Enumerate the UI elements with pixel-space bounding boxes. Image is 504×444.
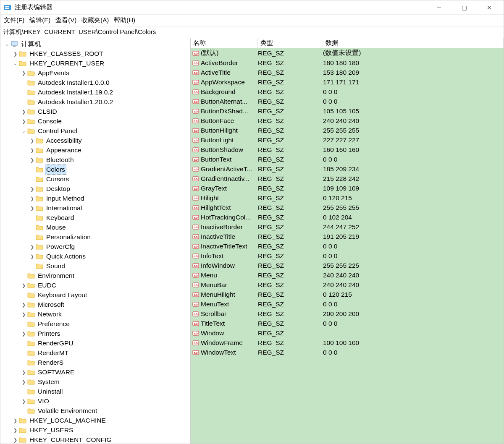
tree-node-desktop[interactable]: ❯Desktop [1,184,190,193]
expand-icon[interactable]: ❯ [29,136,35,145]
expand-icon[interactable]: ❯ [29,146,35,155]
tree-node-colors[interactable]: Colors [1,165,190,174]
value-row[interactable]: abWindowTextREG_SZ0 0 0 [191,347,504,357]
tree-node-ms[interactable]: ❯Microsoft [1,300,190,309]
expand-icon[interactable] [21,88,26,97]
maximize-button[interactable]: ▢ [456,4,472,11]
expand-icon[interactable]: ❯ [21,117,26,126]
expand-icon[interactable]: ❯ [29,204,35,213]
tree-node-ai3[interactable]: Autodesk Installer1.20.0.2 [1,97,190,107]
expand-icon[interactable]: ❯ [12,416,18,425]
expand-icon[interactable] [21,406,26,415]
value-row[interactable]: abInactiveTitleTextREG_SZ0 0 0 [191,241,504,251]
expand-icon[interactable]: ⌄ [4,39,10,49]
address-bar[interactable]: 计算机\HKEY_CURRENT_USER\Control Panel\Colo… [0,26,504,38]
expand-icon[interactable] [29,261,35,271]
expand-icon[interactable]: ❯ [29,252,35,261]
tree-node-pref[interactable]: Preference [1,319,190,329]
tree-node-prn[interactable]: ❯Printers [1,329,190,338]
tree-node-net[interactable]: ❯Network [1,309,190,319]
tree-node-hkcc[interactable]: ❯HKEY_CURRENT_CONFIG [1,435,190,444]
tree-pane[interactable]: ⌄计算机❯HKEY_CLASSES_ROOT⌄HKEY_CURRENT_USER… [0,38,191,444]
col-type[interactable]: 类型 [258,38,323,48]
expand-icon[interactable] [21,348,26,358]
value-row[interactable]: abButtonHilightREG_SZ255 255 255 [191,125,504,135]
tree-node-computer[interactable]: ⌄计算机 [1,39,190,49]
value-row[interactable]: abButtonFaceREG_SZ240 240 240 [191,116,504,125]
tree-node-hkcu[interactable]: ⌄HKEY_CURRENT_USER [1,58,190,68]
expand-icon[interactable]: ❯ [21,397,26,406]
menu-view[interactable]: 查看(V) [55,16,76,24]
tree-node-appevents[interactable]: ❯AppEvents [1,68,190,78]
expand-icon[interactable] [21,97,26,107]
expand-icon[interactable]: ❯ [29,155,35,165]
tree-node-eudc[interactable]: ❯EUDC [1,280,190,290]
tree-node-uninst[interactable]: Uninstall [1,387,190,396]
expand-icon[interactable]: ❯ [29,242,35,251]
tree-node-rmt[interactable]: RenderMT [1,348,190,358]
value-row[interactable]: abMenuREG_SZ240 240 240 [191,270,504,280]
tree-node-mouse[interactable]: Mouse [1,222,190,232]
value-row[interactable]: abWindowFrameREG_SZ100 100 100 [191,338,504,347]
value-row[interactable]: abMenuBarREG_SZ240 240 240 [191,280,504,290]
expand-icon[interactable]: ❯ [21,329,26,338]
col-name[interactable]: 名称 [191,38,258,48]
value-row[interactable]: abButtonLightREG_SZ227 227 227 [191,135,504,145]
tree-node-rgpu[interactable]: RenderGPU [1,338,190,348]
expand-icon[interactable]: ❯ [21,281,26,290]
value-row[interactable]: abMenuHilightREG_SZ0 120 215 [191,290,504,299]
tree-node-ai2[interactable]: Autodesk Installer1.19.0.2 [1,87,190,97]
value-row[interactable]: abGradientActiveT...REG_SZ185 209 234 [191,164,504,174]
expand-icon[interactable] [21,290,26,300]
expand-icon[interactable] [29,213,35,222]
menu-file[interactable]: 文件(F) [4,16,24,24]
value-row[interactable]: abButtonTextREG_SZ0 0 0 [191,154,504,164]
tree-node-intl[interactable]: ❯International [1,203,190,213]
menu-help[interactable]: 帮助(H) [114,16,135,24]
value-row[interactable]: abGradientInactiv...REG_SZ215 228 242 [191,174,504,183]
expand-icon[interactable]: ❯ [29,194,35,203]
expand-icon[interactable] [29,223,35,232]
value-row[interactable]: abMenuTextREG_SZ0 0 0 [191,299,504,309]
expand-icon[interactable]: ❯ [12,426,18,435]
tree-node-rs[interactable]: RenderS [1,358,190,367]
col-data[interactable]: 数据 [323,38,504,48]
tree-node-ai1[interactable]: Autodesk Installer1.0.0.0 [1,78,190,87]
close-button[interactable]: ✕ [481,4,498,11]
expand-icon[interactable]: ❯ [21,310,26,319]
expand-icon[interactable]: ❯ [21,107,26,116]
expand-icon[interactable]: ❯ [12,435,18,444]
menu-edit[interactable]: 编辑(E) [29,16,50,24]
expand-icon[interactable] [29,175,35,184]
expand-icon[interactable] [21,78,26,87]
value-row[interactable]: abTitleTextREG_SZ0 0 0 [191,319,504,328]
value-row[interactable]: abWindowREG_SZ [191,328,504,338]
value-row[interactable]: abInfoWindowREG_SZ255 255 225 [191,261,504,270]
tree-node-vio[interactable]: ❯VIO [1,396,190,406]
value-row[interactable]: abInactiveBorderREG_SZ244 247 252 [191,222,504,232]
tree-node-pcfg[interactable]: ❯PowerCfg [1,242,190,251]
tree-node-hkcr[interactable]: ❯HKEY_CLASSES_ROOT [1,49,190,58]
expand-icon[interactable] [21,387,26,396]
value-row[interactable]: abHilightTextREG_SZ255 255 255 [191,203,504,212]
value-list[interactable]: ab(默认)REG_SZ(数值未设置)abActiveBorderREG_SZ1… [191,48,504,444]
value-row[interactable]: ab(默认)REG_SZ(数值未设置) [191,48,504,58]
tree-node-sw[interactable]: ❯SOFTWARE [1,367,190,377]
tree-node-kl[interactable]: Keyboard Layout [1,290,190,300]
value-row[interactable]: abActiveBorderREG_SZ180 180 180 [191,58,504,68]
tree-node-ve[interactable]: Volatile Environment [1,406,190,415]
tree-node-pers[interactable]: Personalization [1,232,190,242]
tree-node-env[interactable]: Environment [1,271,190,280]
tree-node-sys[interactable]: ❯System [1,377,190,387]
menu-favorites[interactable]: 收藏夹(A) [81,16,109,24]
tree-node-console[interactable]: ❯Console [1,116,190,126]
expand-icon[interactable] [29,232,35,242]
expand-icon[interactable]: ❯ [21,368,26,377]
tree-node-hklm[interactable]: ❯HKEY_LOCAL_MACHINE [1,415,190,425]
expand-icon[interactable]: ❯ [21,68,26,78]
tree-node-qa[interactable]: ❯Quick Actions [1,251,190,261]
value-row[interactable]: abActiveTitleREG_SZ153 180 209 [191,68,504,77]
value-row[interactable]: abButtonShadowREG_SZ160 160 160 [191,145,504,154]
tree-node-clsid[interactable]: ❯CLSID [1,107,190,116]
value-row[interactable]: abButtonAlternat...REG_SZ0 0 0 [191,97,504,106]
